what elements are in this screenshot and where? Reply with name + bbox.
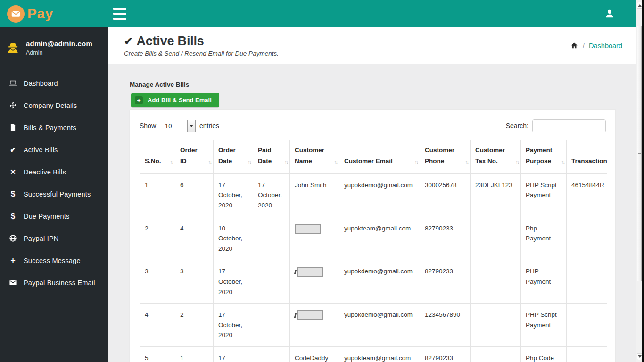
sidebar: Pay admin@admin.com Admin DashboardCompa…	[0, 0, 108, 362]
table-panel: Show 10 entries Search: S.No.↑↓Order ID↑…	[130, 109, 616, 362]
title-band: ✔ Active Bills Create Bills & Send / Res…	[108, 27, 636, 64]
scrollbar-thumb[interactable]	[637, 26, 642, 281]
breadcrumb: / Dashboard	[570, 41, 622, 49]
broken-image-placeholder	[297, 310, 323, 320]
sort-icon: ↑↓	[285, 158, 288, 166]
cell-paid_date	[253, 260, 290, 304]
cell-transaction	[567, 260, 607, 304]
sidebar-item-paypal-business-email[interactable]: Paypal Business Email	[0, 272, 108, 294]
column-header-customer-email[interactable]: Customer Email↑↓	[339, 140, 420, 174]
sidebar-item-deactive-bills[interactable]: ✕Deactive Bills	[0, 161, 108, 183]
column-header-customer-phone[interactable]: Customer Phone↑↓	[420, 140, 471, 174]
hamburger-icon[interactable]	[113, 8, 126, 20]
column-header-paid-date[interactable]: Paid Date↑↓	[253, 140, 290, 174]
cell-customer_tax	[471, 347, 521, 362]
cell-sno: 4	[140, 304, 175, 347]
laptop-icon	[8, 79, 17, 88]
cell-order_date: 17 October, 2020	[214, 304, 253, 347]
content: Manage Active Bills + Add Bill & Send Em…	[108, 64, 636, 362]
cell-customer_phone: 300025678	[420, 173, 471, 217]
cell-customer_phone: 82790233	[420, 217, 471, 260]
search-input[interactable]	[532, 119, 606, 132]
cell-customer_name	[290, 304, 339, 347]
sort-icon: ↑↓	[561, 158, 565, 166]
page-title: Active Bills	[136, 34, 204, 49]
breadcrumb-separator: /	[583, 42, 585, 49]
sort-icon: ↑↓	[208, 158, 212, 166]
globe-icon	[8, 234, 17, 243]
column-header-customer-name[interactable]: Customer Name↑↓	[290, 140, 339, 174]
cell-customer_email: yupokdemo@gmail.com	[339, 260, 420, 304]
sort-icon: ↑↓	[415, 158, 418, 166]
cell-paid_date: 17 October, 2020	[253, 173, 290, 217]
entries-label: entries	[199, 122, 219, 130]
add-bill-button[interactable]: + Add Bill & Send Email	[131, 93, 219, 107]
move-icon	[8, 101, 17, 110]
cell-order_date: 17 October, 2020	[214, 173, 253, 217]
scroll-up-icon[interactable]	[637, 2, 642, 9]
cell-order_id: 1	[175, 347, 214, 362]
sidebar-item-successful-payments[interactable]: $Successful Payments	[0, 183, 108, 205]
cell-paid_date	[253, 304, 290, 347]
page-scrollbar[interactable]	[636, 0, 642, 362]
table-row: 1617 October, 202017 October, 2020John S…	[140, 173, 607, 217]
user-role: Admin	[26, 49, 92, 56]
cell-customer_name	[290, 217, 339, 260]
cell-order_id: 6	[175, 173, 214, 217]
search-label: Search:	[506, 122, 528, 130]
broken-image-placeholder	[295, 224, 321, 234]
sidebar-user-block: admin@admin.com Admin	[0, 27, 108, 67]
column-header-s-no-[interactable]: S.No.↑↓	[140, 140, 175, 174]
column-header-transaction[interactable]: Transaction↑↓	[567, 140, 607, 174]
person-icon[interactable]	[604, 8, 615, 19]
sidebar-item-due-payments[interactable]: $Due Payments	[0, 205, 108, 227]
breadcrumb-link-dashboard[interactable]: Dashboard	[589, 42, 622, 49]
sidebar-item-bills-payments[interactable]: Bills & Payments	[0, 116, 108, 139]
cell-customer_email: yupokteam@gmail.com	[339, 347, 420, 362]
x-icon: ✕	[8, 167, 17, 176]
page-subtitle: Create Bills & Send / Resend Email for D…	[124, 50, 279, 57]
broken-image-placeholder	[297, 267, 323, 277]
envelope-icon	[8, 278, 17, 287]
column-header-payment-purpose[interactable]: Payment Purpose↑↓	[521, 140, 567, 174]
active-bills-table: S.No.↑↓Order ID↑↓Order Date↑↓Paid Date↑↓…	[140, 140, 607, 362]
sidebar-item-dashboard[interactable]: Dashboard	[0, 72, 108, 94]
table-row: 4217 October, 2020yupokdemo@gmail.com123…	[140, 304, 607, 347]
column-header-order-date[interactable]: Order Date↑↓	[214, 140, 253, 174]
envelope-icon	[7, 5, 25, 23]
window-edge	[642, 0, 644, 362]
sidebar-item-active-bills[interactable]: ✔Active Bills	[0, 139, 108, 161]
cell-paid_date	[253, 217, 290, 260]
cell-customer_name	[290, 260, 339, 304]
entries-value: 10	[160, 120, 187, 132]
cell-transaction	[567, 217, 607, 260]
logo[interactable]: Pay	[0, 0, 108, 27]
cell-order_id: 2	[175, 304, 214, 347]
cell-payment_purpose: PHP Script Payment	[521, 304, 567, 347]
cell-customer_phone: 82790233	[420, 347, 471, 362]
cell-order_date: 17 October, 2020	[214, 260, 253, 304]
cell-customer_email: yupokdemo@gmail.com	[339, 173, 420, 217]
entries-select[interactable]: 10	[160, 120, 196, 132]
file-icon	[8, 123, 17, 132]
cell-customer_email: yupokdemo@gmail.com	[339, 304, 420, 347]
cell-order_id: 4	[175, 217, 214, 260]
text-fragment	[294, 313, 297, 318]
cell-customer_name: John Smith	[290, 173, 339, 217]
chevron-down-icon	[187, 120, 195, 132]
scroll-down-icon[interactable]	[637, 353, 642, 360]
cell-customer_tax: 23DFJKL123	[471, 173, 521, 217]
cell-customer_email: yupokteam@gmail.com	[339, 217, 420, 260]
text-fragment	[294, 270, 297, 274]
cell-sno: 3	[140, 260, 175, 304]
sort-icon: ↑↓	[516, 158, 519, 166]
sidebar-item-paypal-ipn[interactable]: Paypal IPN	[0, 227, 108, 249]
column-header-order-id[interactable]: Order ID↑↓	[175, 140, 214, 174]
cell-transaction	[567, 304, 607, 347]
home-icon[interactable]	[570, 41, 578, 49]
sidebar-item-success-message[interactable]: +Success Message	[0, 249, 108, 272]
cell-transaction	[567, 347, 607, 362]
check-icon: ✔	[8, 145, 17, 154]
sidebar-item-company-details[interactable]: Company Details	[0, 94, 108, 116]
column-header-customer-tax-no-[interactable]: Customer Tax No.↑↓	[471, 140, 521, 174]
